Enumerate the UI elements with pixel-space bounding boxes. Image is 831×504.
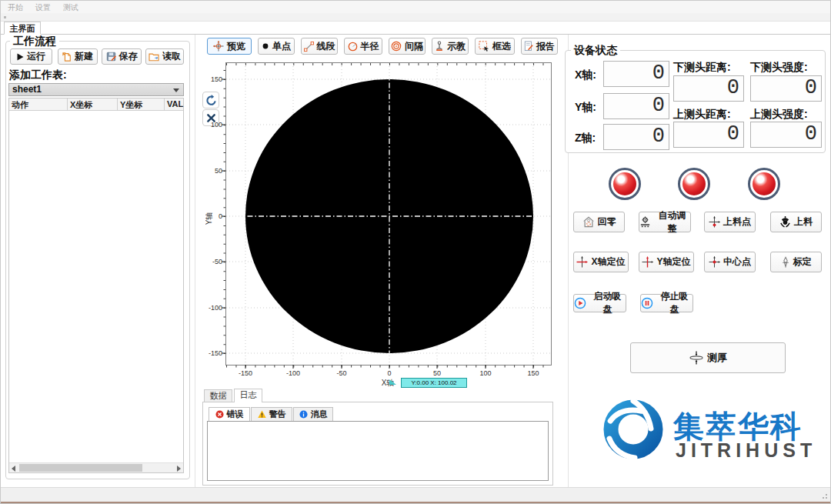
chevron-down-icon [173, 88, 179, 92]
feed-point-button[interactable]: 上料点 [704, 212, 756, 232]
scroll-right-arrow[interactable] [177, 466, 181, 472]
home-button[interactable]: 回零 [573, 212, 625, 232]
workflow-table[interactable]: 动作 X坐标 Y坐标 VAL [8, 98, 184, 473]
radius-circle-icon [348, 42, 358, 52]
center-point-button[interactable]: 中心点 [704, 252, 756, 272]
run-icon [17, 53, 24, 61]
status-led-2 [678, 168, 710, 200]
scroll-left-arrow[interactable] [12, 466, 15, 472]
run-button[interactable]: 运行 [10, 48, 52, 65]
upper-probe-strength-label: 上测头强度: [750, 108, 808, 122]
play-circle-icon [574, 297, 586, 309]
y-tick-label: 50 [215, 167, 222, 175]
x-tick-label: 100 [479, 369, 491, 377]
measure-thickness-button[interactable]: 测厚 [630, 342, 786, 373]
new-button[interactable]: 新建 [58, 48, 98, 65]
home-icon [582, 216, 595, 228]
z-axis-lcd: 0 [603, 124, 669, 150]
menu-item-start[interactable]: 开始 [8, 2, 23, 12]
pause-circle-icon [641, 297, 653, 309]
x-tick-label: -50 [336, 369, 346, 377]
x-position-button[interactable]: X轴定位 [573, 252, 629, 272]
lower-probe-strength-label: 下测头强度: [750, 61, 808, 75]
x-axis-lcd: 0 [603, 61, 669, 87]
upper-probe-distance-lcd: 0 [673, 122, 744, 148]
resize-grip[interactable] [820, 492, 828, 499]
preview-crosshair-icon [213, 41, 224, 52]
save-button[interactable]: 保存 [102, 48, 142, 65]
menubar: 开始 设置 测试 [1, 1, 830, 13]
feed-button[interactable]: 上料 [770, 212, 822, 232]
table-hscrollbar[interactable] [9, 462, 183, 472]
lower-probe-strength-lcd: 0 [750, 75, 822, 102]
gear-icon [639, 216, 651, 228]
y-tick-label: -150 [209, 349, 222, 357]
lower-probe-distance-label: 下测头距离: [673, 61, 731, 75]
stop-suction-button[interactable]: 停止吸盘 [640, 294, 693, 312]
scrollbar-thumb[interactable] [19, 464, 142, 472]
measurement-plot[interactable]: -150 -100 -50 0 50 100 150 150 100 50 0 … [205, 62, 553, 389]
feed-point-crosshair-icon [709, 216, 720, 228]
menu-item-test[interactable]: 测试 [63, 2, 78, 12]
interval-button[interactable]: 间隔 [389, 38, 426, 55]
y-tick-label: -100 [209, 304, 222, 312]
column-header-x[interactable]: X坐标 [68, 98, 118, 110]
y-axis-lcd: 0 [603, 93, 669, 119]
start-suction-button[interactable]: 启动吸盘 [573, 294, 626, 312]
x-axis-status-label: X轴: [575, 68, 596, 82]
menu-item-settings[interactable]: 设置 [35, 2, 51, 12]
column-header-action[interactable]: 动作 [9, 98, 68, 110]
status-led-3 [748, 168, 780, 200]
status-led-1 [609, 168, 641, 200]
report-button[interactable]: 报告 [521, 38, 558, 55]
main-tabbar: 主界面 [1, 22, 830, 35]
preview-button[interactable]: 预览 [207, 38, 252, 55]
y-tick-label: -50 [212, 258, 222, 265]
segment-button[interactable]: 线段 [301, 38, 338, 55]
calibrate-button[interactable]: 标定 [770, 252, 822, 272]
column-header-y[interactable]: Y坐标 [118, 98, 165, 110]
radius-button[interactable]: 半径 [344, 38, 382, 55]
left-splitter[interactable] [195, 35, 195, 487]
point-icon [262, 42, 269, 50]
y-tick-label: 0 [219, 212, 222, 220]
column-header-val[interactable]: VAL [165, 98, 183, 110]
subtab-errors[interactable]: 错误 [209, 407, 250, 421]
save-disk-icon [106, 52, 116, 62]
teach-button[interactable]: 示教 [432, 38, 469, 55]
logo-icon [602, 398, 664, 461]
tab-log[interactable]: 日志 [234, 389, 262, 402]
toolstrip [1, 13, 830, 22]
calibrate-icon [781, 256, 790, 268]
y-axis-label: Y轴 [205, 212, 213, 225]
x-position-crosshair-icon [576, 256, 588, 268]
workflow-table-header: 动作 X坐标 Y坐标 VAL [9, 98, 183, 111]
tab-main-interface[interactable]: 主界面 [4, 22, 41, 35]
info-icon [299, 410, 308, 419]
y-position-crosshair-icon [642, 256, 653, 268]
toolstrip-grip[interactable] [4, 16, 6, 18]
new-file-icon [62, 52, 72, 62]
error-icon [215, 410, 224, 419]
single-point-button[interactable]: 单点 [258, 38, 295, 55]
tab-data[interactable]: 数据 [204, 389, 232, 402]
logo-english-name: JITRIHUST [676, 439, 816, 462]
box-select-button[interactable]: 框选 [475, 38, 515, 55]
device-status-title: 设备状态 [571, 44, 620, 58]
app-window: 开始 设置 测试 主界面 工作流程 运行 新建 保存 读取 添加工作表: she… [0, 0, 831, 504]
sheet-select[interactable]: sheet1 [8, 83, 184, 96]
y-axis-status-label: Y轴: [575, 101, 596, 115]
x-tick-label: -150 [239, 369, 252, 377]
log-textarea[interactable] [207, 421, 549, 481]
subtab-warnings[interactable]: 警告 [251, 407, 292, 421]
read-button[interactable]: 读取 [145, 48, 184, 65]
subtab-messages[interactable]: 消息 [293, 407, 333, 421]
auto-adjust-button[interactable]: 自动调整 [639, 212, 691, 232]
add-sheet-label: 添加工作表: [9, 68, 67, 82]
center-point-crosshair-icon [709, 256, 720, 268]
warning-icon [258, 410, 266, 419]
lower-probe-distance-lcd: 0 [673, 75, 744, 102]
open-folder-icon [149, 52, 159, 62]
y-position-button[interactable]: Y轴定位 [639, 252, 694, 272]
y-tick-label: 100 [211, 121, 222, 129]
